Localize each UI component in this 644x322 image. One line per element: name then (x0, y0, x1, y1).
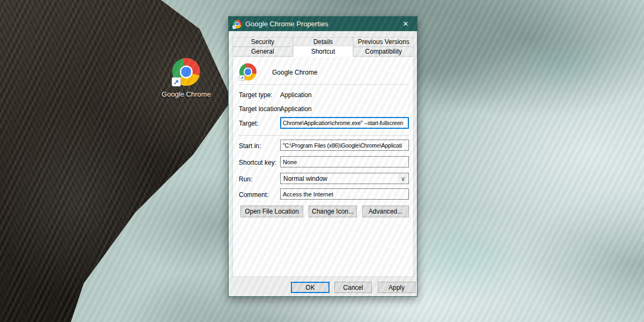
close-button[interactable]: ✕ (394, 17, 417, 31)
tab-shortcut[interactable]: Shortcut (293, 46, 354, 57)
tab-compatibility[interactable]: Compatibility (353, 47, 414, 56)
tab-security[interactable]: Security (232, 37, 293, 47)
cancel-button[interactable]: Cancel (334, 282, 372, 293)
properties-dialog: ↗ Google Chrome Properties ✕ Security De… (228, 16, 418, 297)
desktop-icon-google-chrome[interactable]: ↗ Google Chrome (159, 58, 213, 98)
separator (239, 84, 409, 85)
titlebar-chrome-icon: ↗ (233, 20, 241, 28)
run-label: Run: (239, 175, 252, 183)
desktop-icon-label: Google Chrome (162, 90, 211, 98)
dialog-chrome-icon: ↗ (239, 63, 257, 80)
shortcut-tab-panel: ↗ Google Chrome Target type: Application… (232, 56, 414, 277)
tab-general[interactable]: General (232, 47, 293, 56)
target-location-value: Application (280, 105, 312, 113)
tab-previous-versions[interactable]: Previous Versions (353, 37, 414, 47)
separator (239, 135, 409, 136)
change-icon-button[interactable]: Change Icon... (309, 206, 357, 217)
open-file-location-button[interactable]: Open File Location (240, 206, 303, 217)
shortcut-key-label: Shortcut key: (239, 159, 276, 166)
tab-strip: Security Details Previous Versions Gener… (232, 37, 414, 56)
app-name-label: Google Chrome (272, 69, 318, 76)
apply-button[interactable]: Apply (378, 282, 415, 293)
comment-label: Comment: (239, 191, 268, 199)
dialog-shortcut-arrow-icon: ↗ (239, 75, 245, 81)
run-dropdown-value: Normal window (283, 175, 327, 182)
ok-button[interactable]: OK (291, 282, 330, 293)
dialog-title: Google Chrome Properties (245, 20, 394, 28)
close-icon: ✕ (403, 20, 409, 28)
chevron-down-icon: ∨ (398, 174, 408, 183)
run-dropdown[interactable]: Normal window ∨ (280, 173, 409, 184)
target-input[interactable] (280, 117, 409, 129)
tab-row-front: General Shortcut Compatibility (232, 47, 414, 56)
shortcut-key-input[interactable] (280, 156, 409, 167)
target-location-label: Target location: (239, 105, 282, 113)
target-type-label: Target type: (239, 91, 273, 99)
chrome-logo-hub (180, 65, 193, 79)
comment-input[interactable] (280, 188, 409, 200)
desktop-background: ↗ Google Chrome ↗ Google Chrome Properti… (0, 0, 644, 322)
advanced-button[interactable]: Advanced... (362, 206, 409, 217)
target-label: Target: (239, 120, 259, 127)
chrome-logo-icon: ↗ (172, 58, 200, 86)
start-in-input[interactable] (280, 140, 409, 151)
start-in-label: Start in: (239, 142, 261, 150)
titlebar[interactable]: ↗ Google Chrome Properties ✕ (229, 17, 417, 31)
target-type-value: Application (280, 91, 312, 99)
shortcut-arrow-icon: ↗ (172, 77, 181, 86)
dialog-chrome-icon-hub (244, 68, 252, 76)
titlebar-shortcut-arrow-icon: ↗ (232, 25, 236, 29)
